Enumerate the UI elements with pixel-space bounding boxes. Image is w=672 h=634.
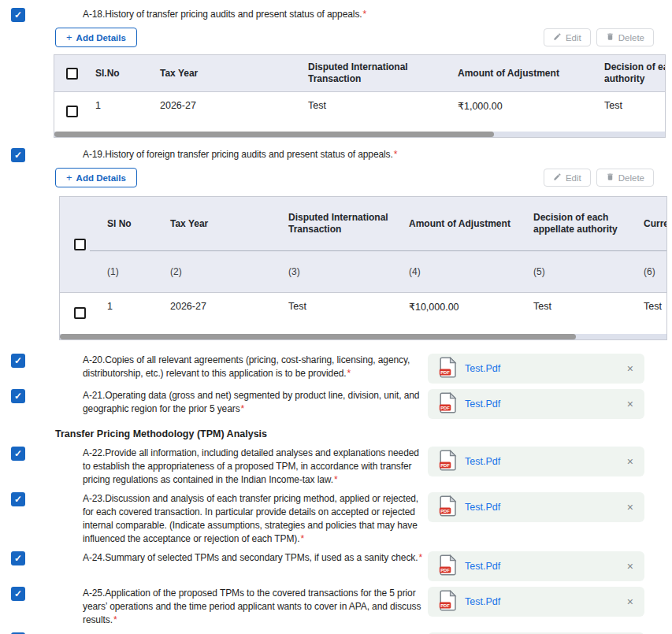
question-label-a25: A-25.Application of the proposed TPMs to… <box>83 587 428 627</box>
table2-colnum-4: (4) <box>401 266 525 277</box>
remove-attachment-a25-icon[interactable]: × <box>627 596 633 607</box>
svg-text:PDF: PDF <box>440 509 450 514</box>
table2-col-decision: Decision of each appellate authority <box>525 212 636 235</box>
attachment-chip-a21: PDF Test.Pdf × <box>428 389 644 419</box>
svg-text:PDF: PDF <box>440 603 450 608</box>
table1-cell-disputed: Test <box>302 92 451 130</box>
remove-attachment-a21-icon[interactable]: × <box>627 399 633 410</box>
table2-row-checkbox[interactable] <box>74 307 86 319</box>
table2-header-numbers: (1) (2) (3) (4) (5) (6) <box>99 251 667 292</box>
table2-col-slno: Sl No <box>99 218 162 230</box>
table2-header: Sl No Tax Year Disputed International Tr… <box>60 197 667 292</box>
table1-col-tax-year: Tax Year <box>154 68 302 80</box>
delete-button-a19[interactable]: Delete <box>596 169 654 187</box>
question-label-a18: A-18.History of transfer pricing audits … <box>83 8 441 21</box>
pdf-file-icon: PDF <box>439 495 457 519</box>
table2-col-current: Current Status <box>636 218 667 230</box>
table1-scrollbar-thumb[interactable] <box>54 132 494 137</box>
table2-colnum-5: (5) <box>525 266 636 277</box>
a18-history-table: Sl.No Tax Year Disputed International Tr… <box>54 54 666 138</box>
pdf-file-icon: PDF <box>439 392 457 416</box>
delete-button-a18[interactable]: Delete <box>596 28 654 46</box>
a21-checkbox[interactable]: ✓ <box>11 389 25 403</box>
pencil-icon <box>553 172 562 183</box>
check-icon: ✓ <box>14 10 22 20</box>
table2-horizontal-scrollbar[interactable] <box>60 334 666 339</box>
a18-actions: Edit Delete <box>544 28 654 46</box>
check-icon: ✓ <box>14 449 22 458</box>
remove-attachment-a22-icon[interactable]: × <box>627 456 633 467</box>
table2-cell-current: Test <box>636 293 667 332</box>
pdf-file-icon: PDF <box>439 450 457 473</box>
add-details-button-a18[interactable]: + Add Details <box>55 28 137 47</box>
a18-toolbar: + Add Details Edit Delete <box>55 28 654 47</box>
question-label-a20: A-20.Copies of all relevant agreements (… <box>83 354 428 380</box>
required-marker: * <box>363 9 367 20</box>
remove-attachment-a23-icon[interactable]: × <box>627 502 633 513</box>
a19-history-table: Sl No Tax Year Disputed International Tr… <box>59 196 667 340</box>
table2-col-tax-year: Tax Year <box>162 218 280 230</box>
a25-checkbox[interactable]: ✓ <box>11 587 25 601</box>
edit-button-a18[interactable]: Edit <box>544 28 591 46</box>
check-icon: ✓ <box>14 495 22 504</box>
a24-checkbox[interactable]: ✓ <box>11 551 25 565</box>
attachment-chip-a23: PDF Test.Pdf × <box>428 492 644 522</box>
apa-form-page: ✓ A-18.History of transfer pricing audit… <box>0 0 672 634</box>
table2-cell-amount: ₹10,000.00 <box>401 293 525 332</box>
table1-horizontal-scrollbar[interactable] <box>54 132 665 137</box>
trash-icon <box>606 32 614 43</box>
pdf-file-icon: PDF <box>439 357 457 380</box>
required-marker: * <box>300 533 304 544</box>
a20-checkbox[interactable]: ✓ <box>11 354 25 368</box>
table1-cell-slno: 1 <box>89 92 154 130</box>
attachment-link-a25[interactable]: Test.Pdf <box>465 596 500 607</box>
attachment-chip-a22: PDF Test.Pdf × <box>428 447 644 476</box>
required-marker: * <box>347 368 351 379</box>
table1-col-decision: Decision of each appellate authority <box>598 61 666 85</box>
attachment-link-a22[interactable]: Test.Pdf <box>465 456 500 467</box>
question-row-a23: ✓ A-23.Discussion and analysis of each t… <box>0 492 672 546</box>
table1-cell-decision: Test <box>598 92 666 130</box>
pencil-icon <box>553 32 562 43</box>
required-marker: * <box>241 403 245 414</box>
remove-attachment-a24-icon[interactable]: × <box>627 561 633 572</box>
question-label-a19: A-19.History of foreign transfer pricing… <box>83 148 441 161</box>
table2-colnum-1: (1) <box>99 266 162 277</box>
table1-col-disputed: Disputed International Transaction <box>302 61 451 85</box>
add-details-button-a19[interactable]: + Add Details <box>55 168 137 187</box>
pdf-file-icon: PDF <box>439 554 457 578</box>
question-row-a24: ✓ A-24.Summary of selected TPMs and seco… <box>0 551 672 581</box>
a22-checkbox[interactable]: ✓ <box>11 447 25 461</box>
table2-colnum-2: (2) <box>162 266 280 277</box>
a23-checkbox[interactable]: ✓ <box>11 492 25 506</box>
table2-colnum-6: (6) <box>636 266 667 277</box>
table1-select-all-checkbox[interactable] <box>66 68 78 80</box>
table2-cell-slno: 1 <box>99 293 162 332</box>
table1-row-checkbox[interactable] <box>66 106 78 117</box>
check-icon: ✓ <box>14 554 22 563</box>
question-row-a18: ✓ A-18.History of transfer pricing audit… <box>0 8 672 22</box>
trash-icon <box>606 172 614 183</box>
table2-cell-disputed: Test <box>280 293 401 332</box>
attachment-link-a20[interactable]: Test.Pdf <box>465 363 500 374</box>
table2-cell-tax-year: 2026-27 <box>162 293 280 332</box>
a18-checkbox[interactable]: ✓ <box>11 8 25 22</box>
table2-col-disputed: Disputed International Transaction <box>280 212 401 235</box>
svg-text:PDF: PDF <box>440 370 450 375</box>
a19-checkbox[interactable]: ✓ <box>11 148 25 162</box>
table2-scrollbar-thumb[interactable] <box>60 334 576 339</box>
attachment-link-a24[interactable]: Test.Pdf <box>465 561 500 572</box>
table2-row: 1 2026-27 Test ₹10,000.00 Test Test <box>60 292 667 332</box>
a19-actions: Edit Delete <box>544 169 654 187</box>
attachment-link-a23[interactable]: Test.Pdf <box>465 502 500 513</box>
question-label-a24: A-24.Summary of selected TPMs and second… <box>83 551 428 565</box>
question-row-a21: ✓ A-21.Operating data (gross and net) se… <box>0 389 672 419</box>
table2-select-all-checkbox[interactable] <box>74 239 86 250</box>
edit-button-a19[interactable]: Edit <box>544 169 591 187</box>
table1-col-slno: Sl.No <box>89 68 154 80</box>
remove-attachment-a20-icon[interactable]: × <box>627 363 633 374</box>
attachment-link-a21[interactable]: Test.Pdf <box>465 399 500 410</box>
table1-col-amount: Amount of Adjustment <box>451 68 598 80</box>
required-marker: * <box>334 474 338 485</box>
table1-cell-tax-year: 2026-27 <box>154 92 302 130</box>
